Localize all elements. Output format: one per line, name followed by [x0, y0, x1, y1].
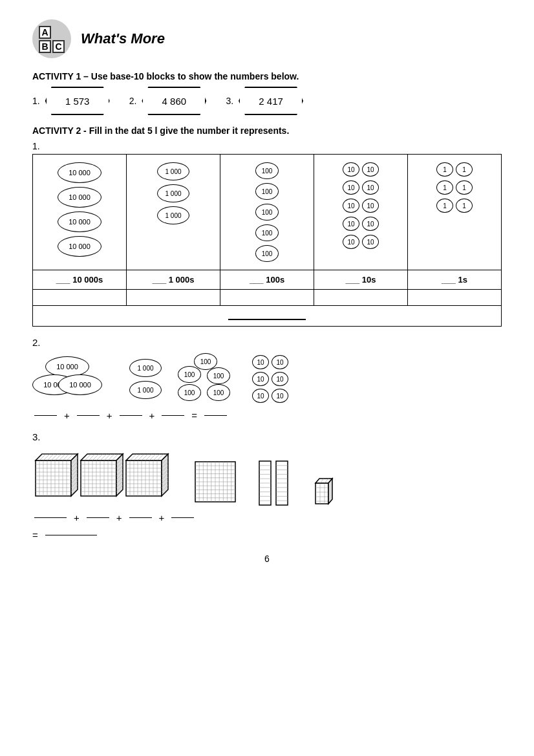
table-header-row: ___ 10 000s ___ 1 000s ___ 100s ___ 10s …: [33, 270, 502, 290]
s2-oval-10-3: 10: [252, 372, 269, 386]
oval-1-6: 1: [456, 199, 473, 213]
act1-num-2: 2.: [129, 96, 137, 106]
blank-cell-5: [408, 290, 502, 306]
activity2-header: ACTIVITY 2 - Fill in the dat 5 l give th…: [32, 125, 502, 136]
s3-blank2[interactable]: [87, 517, 109, 518]
s2-oval-100-3: 100: [207, 367, 230, 384]
oval-100-2: 100: [255, 183, 279, 200]
logo-empty: [52, 26, 65, 39]
header-1000: ___ 1 000s: [127, 270, 220, 290]
oval-10-9: 10: [343, 235, 359, 249]
activity1-items: 1. 1 573 2. 4 860 3. 2 417: [32, 87, 502, 115]
section3-eq-row2: =: [32, 530, 502, 541]
oval-10-10: 10: [362, 235, 379, 249]
oval-10-1: 10: [343, 162, 359, 177]
oval-100-5: 100: [255, 245, 279, 262]
oval-10-8: 10: [362, 217, 379, 231]
activity2-label: ACTIVITY 2 -: [32, 125, 87, 136]
oval-100-1: 100: [255, 162, 279, 179]
abc-logo: A B C: [32, 19, 71, 58]
section3-eq-row1: + + +: [32, 512, 502, 523]
svg-rect-0: [36, 460, 71, 496]
oval-10-6: 10: [362, 199, 379, 213]
oval-10-3: 10: [343, 180, 359, 195]
section3-label: 3.: [32, 431, 502, 442]
oval-10-7: 10: [343, 217, 359, 231]
svg-marker-155: [328, 479, 332, 504]
eq2-blank3[interactable]: [120, 415, 142, 416]
page-number: 6: [32, 554, 502, 564]
eq2-plus2: +: [107, 410, 112, 421]
activity2-section2: 2. 10 000 10 000 10 000 1 000 1 000 100 …: [32, 337, 502, 421]
section2-equation: + + + =: [32, 410, 502, 421]
cell-10: 10 10 10 10 10 10 10 10: [314, 155, 408, 270]
oval-100-4: 100: [255, 224, 279, 241]
header-10000: ___ 10 000s: [33, 270, 127, 290]
s3-plus1: +: [74, 512, 80, 523]
ovals-1: 1 1 1 1 1 1: [411, 158, 498, 217]
oval-10000-2: 10 000: [58, 187, 101, 208]
cell-10000: 10 000 10 000 10 000 10 000: [33, 155, 127, 270]
activity2-sub1-label: 1.: [32, 141, 502, 151]
activity2-section3: 3.: [32, 431, 502, 541]
svg-rect-36: [81, 460, 116, 496]
oval-1-2: 1: [456, 162, 473, 177]
page-title: What's More: [81, 30, 165, 47]
act1-shape-3: 2 417: [239, 87, 303, 115]
header-1: ___ 1s: [408, 270, 502, 290]
group-10000-s2: 10 000 10 000 10 000: [32, 356, 116, 402]
oval-10-4: 10: [362, 180, 379, 195]
eq2-blank2[interactable]: [77, 415, 100, 416]
s3-blank3[interactable]: [129, 517, 152, 518]
tall-bars: [259, 460, 288, 506]
act1-item-3: 3. 2 417: [226, 87, 303, 115]
eq2-equals: =: [191, 410, 197, 421]
act1-num-1: 1.: [32, 96, 40, 106]
s2-oval-10-5: 10: [252, 389, 269, 403]
s3-blank4[interactable]: [171, 517, 194, 518]
section3-blocks: [32, 448, 502, 506]
ovals-10: 10 10 10 10 10 10 10 10: [317, 158, 405, 253]
eq2-blank1[interactable]: [34, 415, 57, 416]
s3-plus3: +: [159, 512, 165, 523]
oval-1000-2: 1 000: [157, 184, 189, 202]
s2-oval-10000-3: 10 000: [58, 374, 102, 395]
act1-shape-1: 1 573: [45, 87, 110, 115]
s2-oval-10-4: 10: [272, 372, 288, 386]
s2-oval-100-4: 100: [178, 384, 201, 401]
oval-1000-3: 1 000: [157, 206, 189, 224]
group-1000-s2: 1 000 1 000: [129, 359, 162, 399]
blank-cell-1: [33, 290, 127, 306]
activity2: ACTIVITY 2 - Fill in the dat 5 l give th…: [32, 125, 502, 541]
header-100: ___ 100s: [220, 270, 314, 290]
s3-blank1[interactable]: [34, 517, 67, 518]
oval-1-5: 1: [436, 199, 453, 213]
oval-1-1: 1: [436, 162, 453, 177]
group-10-s2: 10 10 10 10 10 10: [252, 355, 288, 403]
tall-bar-1: [259, 460, 272, 506]
act1-item-1: 1. 1 573: [32, 87, 110, 115]
s2-oval-10-6: 10: [272, 389, 288, 403]
table-blank-row: [33, 290, 502, 306]
s2-oval-1000-1: 1 000: [129, 359, 162, 377]
cell-100: 100 100 100 100 100: [220, 155, 314, 270]
oval-10-2: 10: [362, 162, 379, 177]
eq2-blank5[interactable]: [204, 415, 227, 416]
small-unit-svg: [314, 473, 334, 506]
blank-cell-4: [314, 290, 408, 306]
blank-cell-3: [220, 290, 314, 306]
oval-10-5: 10: [343, 199, 359, 213]
act1-num-3: 3.: [226, 96, 233, 106]
three-cubes-svg: [32, 448, 175, 506]
section2-items: 10 000 10 000 10 000 1 000 1 000 100 100…: [32, 353, 502, 405]
activity1-header: ACTIVITY 1 – Use base-10 blocks to show …: [32, 71, 502, 81]
eq2-blank4[interactable]: [162, 415, 184, 416]
s2-oval-10-1: 10: [252, 355, 269, 369]
group-100-s2: 100 100 100 100 100: [175, 353, 239, 405]
table-ovals-row: 10 000 10 000 10 000 10 000 1 000 1 000 …: [33, 155, 502, 270]
s3-blank5[interactable]: [45, 535, 97, 535]
act1-item-2: 2. 4 860: [129, 87, 207, 115]
s2-oval-100-2: 100: [178, 366, 201, 383]
tall-bar-2: [275, 460, 288, 506]
act1-shape-2: 4 860: [142, 87, 206, 115]
